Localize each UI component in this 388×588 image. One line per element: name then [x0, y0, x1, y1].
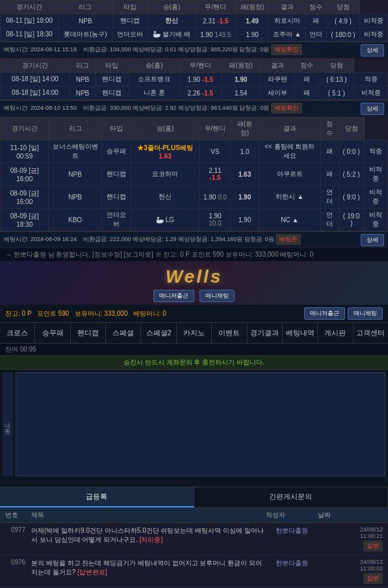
- nav-board[interactable]: 게시판: [318, 323, 353, 343]
- nav-bar: 크로스 승무패 핸디캡 스페셜 스페셜2 카지노 이벤트 경기결과 베팅내역 게…: [0, 322, 388, 344]
- betting-table-1: 경기시간 리그 타입 승(홈) 무/핸디 패(원정) 결과 점수 당첨 08-1…: [0, 0, 388, 42]
- col-score: 점수: [305, 1, 326, 14]
- tab-register[interactable]: 급등록: [0, 487, 194, 507]
- betting-section-2: 경기시간 리그 타입 승(홈) 무/핸디 패(원정) 결과 점수 당첨 08-1…: [0, 58, 388, 116]
- board1-header: 번호 제목 작성자 날짜: [0, 508, 388, 523]
- table-row: 08-11 [일] 18:00 NPB 핸디캡 한신 2.31 -1.5 1.4…: [1, 14, 388, 28]
- bet-info-1: 베팅시간: 2024-08-11 15:18 비환급금: 104,000 예상배…: [0, 42, 388, 57]
- tab-quick-inquiry[interactable]: 간편게시문의: [194, 487, 389, 507]
- nav-cross[interactable]: 크로스: [0, 323, 35, 343]
- col-status: 당첨: [326, 1, 359, 14]
- bet-info-3: 베팅시간: 2024-08-09 16:24 비환급금: 222,000 예상배…: [0, 231, 388, 247]
- nav-betting[interactable]: 베팅내역: [283, 323, 318, 343]
- col-type: 타입: [112, 1, 148, 14]
- manager-nav-btn2[interactable]: 매니채팅: [348, 307, 383, 320]
- side-label: 내통: [3, 372, 13, 476]
- confirm-btn-1[interactable]: 베팅확인: [271, 44, 302, 55]
- notice-bar: 승진시 반드시 계좌문의 후 충전하시기 바랍니다.: [0, 355, 388, 370]
- table-row: 08-18 [일] 14:00 NPB 핸디캡 소프트뱅크 1.90 -1.5 …: [1, 73, 388, 86]
- nav-handicap[interactable]: 핸디캡: [71, 323, 106, 343]
- nav-support[interactable]: 고객센터: [354, 323, 388, 343]
- betting-table-3: 경기시간 리그 타입 승(홈) 무/핸디 패(원정) 결과 점수 당첨 11-1…: [0, 117, 388, 231]
- detail-btn-1[interactable]: 상세: [361, 44, 384, 57]
- col-handi: 무/핸디: [196, 1, 236, 14]
- col-result: 결과: [268, 1, 305, 14]
- board-row-0976[interactable]: 0976 분의 베팅을 하고 잔는데 해딩금기가 베팅내역이 없어지고 보루머니…: [0, 556, 388, 588]
- nav-special[interactable]: 스페셜: [106, 323, 141, 343]
- main-content: 내통: [0, 370, 388, 487]
- col-league: 리그: [58, 1, 113, 14]
- col-time: 경기시간: [1, 1, 58, 14]
- betting-section-1: 경기시간 리그 타입 승(홈) 무/핸디 패(원정) 결과 점수 당첨 08-1…: [0, 0, 388, 57]
- reply-btn-0977[interactable]: 답변: [363, 541, 383, 552]
- status-btn-0977[interactable]: [처리중]: [140, 536, 163, 543]
- table-row: 08-09 [금] 18:30 KBO 언더오버 🦢 LG 1.90 10.0 …: [1, 209, 388, 231]
- table-row: 11-10 [일] 00:59 보너스베팅이벤트 승무패 ★3줄더-PLUS베팅…: [1, 140, 388, 163]
- scroll-banner: → 한뽀다출원 님 환영합니다. [정보수정] [보그마웃] ※ 잔고: 0 P…: [0, 248, 388, 261]
- betting-table-2: 경기시간 리그 타입 승(홈) 무/핸디 패(원정) 결과 점수 당첨 08-1…: [0, 58, 388, 100]
- col-away: 패(원정): [236, 1, 268, 14]
- reply-btn-0976[interactable]: 답변: [363, 573, 383, 584]
- table-row: 08-09 [금] 16:00 NPB 핸디캡 한신 1.90 0.0 1.90…: [1, 186, 388, 209]
- detail-btn-2[interactable]: 상세: [361, 103, 384, 115]
- bet-info-2: 베팅시간: 2024-08-10 13:50 비환급금: 330,000 예상배…: [0, 100, 388, 116]
- nav-event[interactable]: 이벤트: [212, 323, 247, 343]
- table-row: 08-11 [일] 18:30 롯데마트(농구) 언더오버 🦢 블기베 배 1.…: [1, 28, 388, 42]
- nav-winlose[interactable]: 승무패: [35, 323, 70, 343]
- confirm-btn-3[interactable]: 베팅존: [276, 234, 301, 245]
- table-row: 08-09 [금] 16:00 NPB 핸디캡 요코하마 2.11 -1.5 1…: [1, 163, 388, 186]
- chat-btn[interactable]: 매니채팅: [200, 290, 235, 302]
- board-row-0977[interactable]: 0977 어제(박에 일하키9.0건단 아니스타하5.0건단 쉬팅보는데 배팅사…: [0, 523, 388, 556]
- wells-info-bar: 잔고: 0 P 포인트 590 보유머니: 333,000 베팅머니: 0 매니…: [0, 305, 388, 322]
- wells-logo: Wells: [0, 266, 388, 287]
- nav-results[interactable]: 경기결과: [248, 323, 283, 343]
- manager-nav-btn[interactable]: 매니저출근: [304, 307, 345, 320]
- content-box: [16, 372, 385, 476]
- confirm-btn-2[interactable]: 베팅확인: [271, 103, 302, 114]
- status-btn-0976[interactable]: [답변완료]: [77, 569, 107, 576]
- manager-btn[interactable]: 매니저출근: [153, 290, 194, 302]
- nav-casino[interactable]: 카지노: [177, 323, 212, 343]
- betting-section-3: 경기시간 리그 타입 승(홈) 무/핸디 패(원정) 결과 점수 당첨 11-1…: [0, 117, 388, 247]
- col-home: 승(홈): [148, 1, 195, 14]
- wells-banner: Wells 매니저출근 매니채팅: [0, 261, 388, 305]
- time-bar: 잔여 00:95: [0, 344, 388, 355]
- nav-special2[interactable]: 스페셜2: [141, 323, 176, 343]
- tab-bar: 급등록 간편게시문의: [0, 487, 388, 508]
- table-row: 08-18 [일] 14:00 NPB 핸디캡 니혼 훈 2.26 -1.5 1…: [1, 86, 388, 100]
- detail-btn-3[interactable]: 상세: [361, 234, 384, 246]
